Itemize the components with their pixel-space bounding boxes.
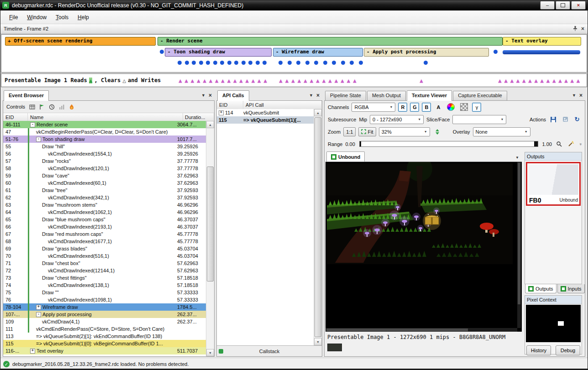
- scroll-up-icon[interactable]: ▲: [206, 121, 214, 128]
- tab-inputs[interactable]: Inputs: [557, 284, 585, 293]
- write-marker-triangle[interactable]: ▲: [498, 78, 504, 83]
- draw-event-dot[interactable]: [227, 61, 231, 65]
- slice-face-select[interactable]: ▼: [452, 115, 506, 124]
- timeline-marker-wireframe-draw[interactable]: - Wireframe draw: [273, 48, 363, 57]
- tab-event-browser[interactable]: Event Browser: [4, 90, 49, 101]
- draw-event-dot[interactable]: [256, 61, 260, 65]
- tab-pipeline-state[interactable]: Pipeline State: [325, 91, 366, 100]
- event-row[interactable]: 116-...+Text overlay511.7037: [3, 347, 206, 354]
- save-button[interactable]: [549, 115, 558, 124]
- zoom-select[interactable]: 32% ▼: [379, 127, 430, 136]
- column-eid[interactable]: EID: [217, 101, 243, 109]
- event-row[interactable]: 56vkCmdDrawIndexed(1554,1)39.25926: [3, 150, 206, 157]
- timeline-marker-off-screen-scene-rendering[interactable]: + Off-screen scene rendering: [5, 37, 156, 46]
- write-marker-triangle[interactable]: ▲: [197, 78, 203, 83]
- close-icon[interactable]: ×: [209, 93, 212, 98]
- menu-item-file[interactable]: File: [5, 12, 22, 22]
- draw-event-dot[interactable]: [314, 61, 318, 65]
- checkerboard-button[interactable]: [459, 103, 469, 112]
- event-row[interactable]: 70vkCmdDrawIndexed(516,1)45.03704: [3, 252, 206, 260]
- mip-select[interactable]: 0 - 1272x690 ▼: [370, 115, 424, 124]
- fit-button[interactable]: Fit: [358, 127, 376, 136]
- event-row[interactable]: 55Draw "hill"39.25926: [3, 143, 206, 150]
- column-api-call[interactable]: API Call: [243, 101, 322, 109]
- draw-event-dot[interactable]: [213, 61, 217, 65]
- expander-icon[interactable]: -: [30, 122, 35, 127]
- event-row[interactable]: 115=> vkQueueSubmit(1)[0]: vkBeginComman…: [3, 340, 206, 347]
- channel-alpha-button[interactable]: A: [434, 103, 443, 112]
- write-marker-triangle[interactable]: ▲: [516, 78, 522, 83]
- toolbar-overflow-chevron[interactable]: »: [578, 143, 583, 145]
- draw-event-dot[interactable]: [305, 61, 310, 65]
- callstack-bar[interactable]: Callstack: [217, 345, 322, 356]
- channel-green-button[interactable]: G: [410, 103, 419, 112]
- draw-event-dot[interactable]: [160, 50, 164, 54]
- open-texture-button[interactable]: [561, 115, 570, 124]
- event-row[interactable]: 75Draw ""57.33333: [3, 289, 206, 296]
- draw-event-dot[interactable]: [192, 61, 196, 65]
- event-row[interactable]: 113=> vkQueueSubmit(2)[1]: vkEndCommandB…: [3, 333, 206, 340]
- write-marker-triangle[interactable]: ▲: [347, 78, 353, 83]
- fb0-output-thumbnail[interactable]: FB0 Unbound: [526, 162, 581, 206]
- write-marker-triangle[interactable]: ▲: [540, 78, 546, 83]
- write-marker-triangle[interactable]: ▲: [263, 78, 269, 83]
- event-row[interactable]: 67Draw "red mushroom caps"45.77778: [3, 230, 206, 238]
- autofit-button[interactable]: [567, 140, 576, 149]
- event-row[interactable]: 68vkCmdDrawIndexed(1677,1)45.77778: [3, 238, 206, 245]
- event-row[interactable]: 58vkCmdDrawIndexed(120,1)37.77778: [3, 165, 206, 172]
- draw-event-dot[interactable]: [234, 61, 238, 65]
- write-marker-triangle[interactable]: ▲: [510, 78, 516, 83]
- draw-event-dot[interactable]: [493, 50, 498, 54]
- event-row[interactable]: 60vkCmdDrawIndexed(60,1)37.62963: [3, 179, 206, 187]
- write-marker-triangle[interactable]: ▲: [221, 78, 227, 83]
- tab-api-calls[interactable]: API Calls: [217, 90, 249, 101]
- event-row[interactable]: 63Draw "mushroom stems"46.96296: [3, 201, 206, 208]
- write-marker-triangle[interactable]: ▲: [191, 78, 197, 83]
- write-marker-triangle[interactable]: ▲: [522, 78, 528, 83]
- menu-item-help[interactable]: Help: [73, 12, 94, 22]
- event-row[interactable]: 72vkCmdDrawIndexed(12144,1)57.62963: [3, 267, 206, 274]
- range-slider[interactable]: [359, 141, 538, 147]
- event-row[interactable]: 64vkCmdDrawIndexed(1062,1)46.96296: [3, 208, 206, 216]
- api-call-row[interactable]: 115=> vkQueueSubmit(1)[...: [217, 116, 314, 124]
- chevron-down-icon[interactable]: ▼: [309, 94, 313, 98]
- write-marker-triangle[interactable]: ▲: [227, 78, 233, 83]
- write-marker-triangle[interactable]: ▲: [353, 78, 359, 83]
- color-wheel-button[interactable]: [446, 103, 456, 112]
- write-marker-triangle[interactable]: ▲: [285, 78, 292, 83]
- close-icon[interactable]: ×: [581, 26, 584, 31]
- scroll-down-icon[interactable]: ▼: [314, 338, 322, 345]
- write-marker-triangle[interactable]: ▲: [257, 78, 263, 83]
- event-row[interactable]: 111vkCmdEndRenderPass(C=Store, D=Store, …: [3, 325, 206, 333]
- overlay-select[interactable]: None ▼: [473, 127, 530, 136]
- background-color-swatch[interactable]: [327, 344, 342, 351]
- write-marker-triangle[interactable]: ▲: [552, 78, 558, 83]
- draw-event-dot[interactable]: [359, 61, 363, 65]
- write-marker-triangle[interactable]: ▲: [534, 78, 540, 83]
- scroll-down-icon[interactable]: ▼: [206, 349, 214, 356]
- event-row[interactable]: 47vkCmdBeginRenderPass(C=Clear, D=Clear,…: [3, 128, 206, 135]
- draw-event-dot[interactable]: [199, 61, 203, 65]
- expander-icon[interactable]: +: [30, 349, 35, 354]
- write-marker-triangle[interactable]: ▲: [209, 78, 215, 83]
- write-marker-triangle[interactable]: ▲: [304, 78, 310, 83]
- draw-event-dot[interactable]: [178, 61, 182, 65]
- event-browser-scrollbar[interactable]: ▲ ▼: [206, 121, 214, 356]
- tab-capture-executable[interactable]: Capture Executable: [453, 91, 507, 100]
- pixel-context-view[interactable]: [526, 305, 581, 342]
- timeline-marker-text-overlay[interactable]: - Text overlay: [503, 37, 581, 46]
- write-marker-triangle[interactable]: ▲: [239, 78, 245, 83]
- event-row[interactable]: 66vkCmdDrawIndexed(2193,1)46.37037: [3, 223, 206, 230]
- timeline-track[interactable]: + Off-screen scene rendering- Render sce…: [1, 34, 587, 73]
- write-marker-triangle[interactable]: ▲: [335, 78, 341, 83]
- channel-red-button[interactable]: R: [398, 103, 407, 112]
- tab-outputs[interactable]: Outputs: [525, 284, 556, 293]
- write-marker-triangle[interactable]: ▲: [203, 78, 209, 83]
- write-marker-triangle[interactable]: ▲: [564, 78, 570, 83]
- timeline-marker-apply-post-processing[interactable]: - Apply post processing: [364, 48, 489, 57]
- write-marker-triangle[interactable]: ▲: [316, 78, 322, 83]
- draw-event-dot[interactable]: [341, 61, 345, 65]
- event-row[interactable]: 107-...-Apply post processing262.37...: [3, 311, 206, 318]
- write-marker-triangle[interactable]: ▲: [570, 78, 576, 83]
- write-marker-triangle[interactable]: ▲: [328, 78, 335, 83]
